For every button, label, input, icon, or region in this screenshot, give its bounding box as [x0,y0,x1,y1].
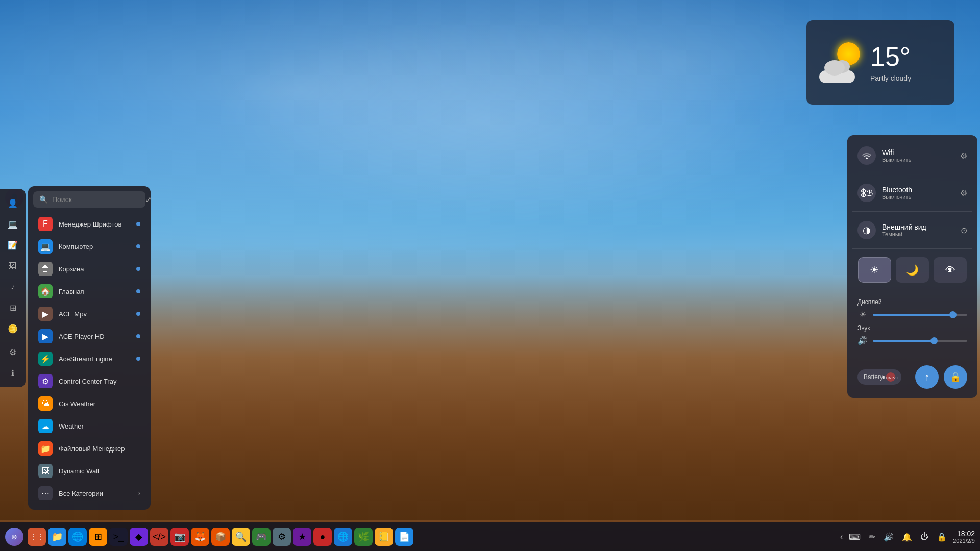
bluetooth-subtitle: Выключить [882,194,954,200]
dark-theme-btn[interactable]: 🌙 [896,257,929,283]
app-item-4[interactable]: ▶ACE Mpv [33,303,145,325]
appearance-row[interactable]: ◑ Внешний вид Темный ⊙ [852,215,972,245]
display-slider-row: ☀ [857,310,967,319]
appearance-settings-icon[interactable]: ⊙ [961,226,967,235]
app-icon-8: 🌤 [38,396,53,411]
app-item-6[interactable]: ⚡AceStreamEngine [33,347,145,370]
scroll-up-btn[interactable]: ↑ [915,365,939,389]
wifi-icon [857,146,876,165]
redapp[interactable]: ● [313,528,332,546]
sound-slider-fill [873,340,934,342]
app-icon-10: 📁 [38,441,53,456]
discover-app[interactable]: ★ [293,528,311,546]
cloud-extra [835,60,850,73]
app-name-0: Менеджер Шрифтов [59,220,130,228]
app-item-12[interactable]: ⋯Все Категории› [33,482,145,505]
bluetooth-row[interactable]: ℬ Bluetooth Выключить ⚙ [852,178,972,208]
app-name-4: ACE Mpv [59,310,130,318]
wifi-text: Wifi Выключить [882,148,954,163]
app-name-7: Control Center Tray [59,378,140,385]
keyboard-tray-icon[interactable]: ⌨ [847,530,863,544]
wifi-subtitle: Выключить [882,157,954,163]
display-slider-thumb [949,311,957,318]
sidebar-icon-2[interactable]: 💻 [4,215,22,233]
purple-app[interactable]: ◆ [130,528,148,546]
bluetooth-icon: ℬ [857,184,876,202]
search-input[interactable] [52,195,141,204]
divider-1 [852,174,972,174]
game-app[interactable]: 🎮 [252,528,271,546]
weather-description: Partly cloudy [870,74,911,82]
tray-expand-icon[interactable]: ‹ [840,532,843,541]
files-app[interactable]: 📁 [48,528,66,546]
settings-app[interactable]: ⚙ [273,528,291,546]
archive-app[interactable]: 📦 [211,528,230,546]
finder-app[interactable]: 🔍 [232,528,250,546]
code-app[interactable]: </> [150,528,168,546]
search-icon: 🔍 [39,195,48,204]
display-slider-track[interactable] [873,314,967,316]
app-item-3[interactable]: 🏠Главная [33,280,145,303]
browser2-app[interactable]: 🌐 [334,528,352,546]
sidebar-icon-1[interactable]: 👤 [4,194,22,212]
sidebar-icon-4[interactable]: 🖼 [4,257,22,275]
app-dot-6 [136,357,140,361]
sidebar-icon-7[interactable]: 🪙 [4,319,22,338]
start-button[interactable]: ⊛ [5,528,23,546]
search-bar[interactable]: 🔍 ⤢ [33,191,145,208]
notes-tb-app[interactable]: 📒 [375,528,393,546]
sliders-section: Дисплей ☀ Звук 🔊 [852,294,972,355]
app-item-0[interactable]: FМенеджер Шрифтов [33,213,145,235]
start-icon: ⊛ [11,533,17,541]
light-theme-btn[interactable]: ☀ [858,257,891,283]
battery-label: Battery [864,373,883,381]
sidebar-settings-icon[interactable]: ⚙ [4,343,22,361]
clock[interactable]: 18:02 2021/2/9 [953,530,975,544]
weather-widget[interactable]: 15° Partly cloudy [806,20,954,105]
sound-slider-track[interactable] [873,340,967,342]
docs-app[interactable]: 📄 [395,528,413,546]
app-icon-0: F [38,217,53,231]
appearance-subtitle: Темный [882,231,954,237]
camera-app[interactable]: 📷 [170,528,189,546]
sidebar-icon-5[interactable]: ♪ [4,278,22,296]
apps-button[interactable]: ⋮⋮ [28,528,46,546]
app-icon-2: 🗑 [38,262,53,276]
control-panel: Wifi Выключить ⚙ ℬ Bluetooth Выключить ⚙… [847,135,977,398]
volume-tray-icon[interactable]: 🔊 [881,530,896,544]
notification-tray-icon[interactable]: 🔔 [900,530,914,544]
app-item-9[interactable]: ☁Weather [33,415,145,437]
app-icon-6: ⚡ [38,352,53,366]
volume-icon: 🔊 [857,336,868,345]
auto-theme-btn[interactable]: 👁 [934,257,967,283]
divider-2 [852,211,972,212]
edge-app[interactable]: 🌐 [68,528,87,546]
battery-badge[interactable]: Battery Выключ. [857,369,901,385]
app-item-1[interactable]: 💻Компьютер [33,235,145,258]
sidebar-icon-3[interactable]: 📝 [4,236,22,254]
windows-app[interactable]: ⊞ [89,528,107,546]
sidebar-icon-6[interactable]: ⊞ [4,298,22,317]
terminal-app[interactable]: >_ [109,528,128,546]
app-item-5[interactable]: ▶ACE Player HD [33,325,145,347]
browser-app[interactable]: 🦊 [191,528,209,546]
wifi-settings-icon[interactable]: ⚙ [960,151,967,161]
weather-info: 15° Partly cloudy [870,43,911,82]
sidebar-info-icon[interactable]: ℹ [4,364,22,382]
divider-3 [852,248,972,249]
lock-btn[interactable]: 🔒 [944,365,967,389]
leaf-app[interactable]: 🌿 [354,528,373,546]
bluetooth-settings-icon[interactable]: ⚙ [960,188,967,198]
expand-icon[interactable]: ⤢ [145,195,152,204]
power-tray-icon[interactable]: ⏻ [918,530,930,543]
wifi-row[interactable]: Wifi Выключить ⚙ [852,140,972,171]
app-item-11[interactable]: 🖼Dynamic Wall [33,460,145,482]
app-icon-9: ☁ [38,419,53,433]
app-item-7[interactable]: ⚙Control Center Tray [33,370,145,392]
app-item-8[interactable]: 🌤Gis Weather [33,392,145,415]
app-item-2[interactable]: 🗑Корзина [33,258,145,280]
app-item-10[interactable]: 📁Файловый Менеджер [33,437,145,460]
screenshot-tray-icon[interactable]: ✏ [867,530,877,544]
bluetooth-title: Bluetooth [882,186,954,194]
lock-tray-icon[interactable]: 🔒 [935,530,949,544]
